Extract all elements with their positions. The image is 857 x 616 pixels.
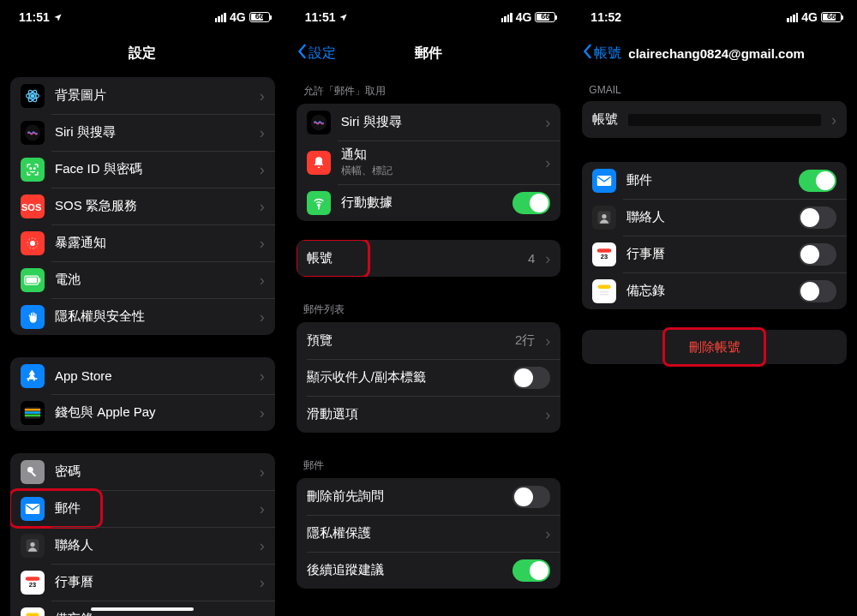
settings-group-apps: 密碼›郵件›聯絡人›23行事曆›備忘錄›提醒事項› xyxy=(10,453,275,616)
row-appstore[interactable]: App Store› xyxy=(10,357,275,394)
chevron-right-icon: › xyxy=(260,405,265,421)
chevron-right-icon: › xyxy=(260,272,265,288)
toggle-cellular[interactable] xyxy=(512,192,550,214)
toggle-cc[interactable] xyxy=(512,367,550,389)
chevron-right-icon: › xyxy=(545,333,550,349)
toggle-notes[interactable] xyxy=(799,280,836,302)
row-exposure[interactable]: 暴露通知› xyxy=(10,224,275,261)
svg-rect-44 xyxy=(598,284,611,289)
svg-point-8 xyxy=(30,241,35,246)
toggle-calendar[interactable] xyxy=(799,243,836,266)
allow-group: Siri 與搜尋›通知橫幅、標記›行動數據 xyxy=(297,104,561,221)
chevron-right-icon: › xyxy=(831,112,836,128)
contacts-icon xyxy=(592,206,616,230)
chevron-left-icon xyxy=(582,44,592,63)
mail-icon xyxy=(21,497,45,521)
row-calendar[interactable]: 23行事曆 xyxy=(582,236,847,272)
row-siri[interactable]: Siri 與搜尋› xyxy=(297,104,561,141)
chevron-right-icon: › xyxy=(260,501,265,517)
chevron-right-icon: › xyxy=(260,575,265,590)
row-contacts[interactable]: 聯絡人 xyxy=(582,199,847,236)
exposure-icon xyxy=(21,231,45,255)
row-sos[interactable]: SOSSOS 緊急服務› xyxy=(10,188,275,224)
hand-icon xyxy=(21,305,45,329)
antenna-icon xyxy=(307,191,331,215)
appstore-icon xyxy=(21,364,45,388)
status-network: 4G xyxy=(516,10,532,24)
delete-account-wrap: 刪除帳號 xyxy=(582,330,847,364)
row-mail[interactable]: 郵件› xyxy=(10,490,275,527)
back-button[interactable]: 帳號 xyxy=(582,44,621,63)
chevron-right-icon: › xyxy=(260,199,265,214)
mail-icon xyxy=(592,169,616,193)
battery-icon: 66 xyxy=(535,12,555,22)
siri-icon xyxy=(307,111,331,135)
row-accounts[interactable]: 帳號 4 › xyxy=(297,240,561,277)
chevron-right-icon: › xyxy=(260,309,265,325)
settings-group-general: 背景圖片›Siri 與搜尋›Face ID 與密碼›SOSSOS 緊急服務›暴露… xyxy=(10,77,275,335)
signal-icon xyxy=(215,13,226,22)
row-faceid[interactable]: Face ID 與密碼› xyxy=(10,151,275,188)
row-account-email[interactable]: 帳號 › xyxy=(582,101,847,138)
chevron-right-icon: › xyxy=(260,464,265,480)
svg-rect-14 xyxy=(25,409,40,411)
chevron-right-icon: › xyxy=(545,251,550,266)
chevron-right-icon: › xyxy=(260,236,265,251)
row-contacts[interactable]: 聯絡人› xyxy=(10,527,275,564)
row-battery[interactable]: 電池› xyxy=(10,261,275,298)
toggle-mail[interactable] xyxy=(799,170,836,192)
page-title: 郵件 xyxy=(286,45,572,63)
home-indicator xyxy=(91,607,194,611)
list-group: 預覽2行›顯示收件人/副本標籤滑動選項› xyxy=(297,322,561,433)
svg-rect-18 xyxy=(31,471,36,476)
row-ask[interactable]: 刪除前先詢問 xyxy=(297,478,561,515)
nav-bar: 帳號 clairechang0824@gmail.com xyxy=(572,34,857,72)
wallet-icon xyxy=(21,401,45,425)
toggle-ask[interactable] xyxy=(512,486,550,508)
row-calendar[interactable]: 23行事曆› xyxy=(10,564,275,601)
key-icon xyxy=(21,460,45,484)
mail-group: 刪除前先詢問隱私權保護›後續追蹤建議 xyxy=(297,478,561,589)
row-follow[interactable]: 後續追蹤建議 xyxy=(297,552,561,589)
atom-icon xyxy=(21,84,45,108)
row-notes[interactable]: 備忘錄 xyxy=(582,272,847,309)
screen-settings: 11:51 4G 66 設定 背景圖片›Siri 與搜尋›Face ID 與密碼… xyxy=(0,0,285,616)
row-privacy[interactable]: 隱私權保護› xyxy=(297,515,561,552)
row-privacy[interactable]: 隱私權與安全性› xyxy=(10,298,275,335)
delete-account-button[interactable]: 刪除帳號 xyxy=(582,330,847,364)
screen-mail-settings: 11:51 4G 66 設定 郵件 允許「郵件」取用 xyxy=(285,0,572,616)
toggle-contacts[interactable] xyxy=(799,206,836,229)
status-network: 4G xyxy=(230,10,246,24)
svg-rect-26 xyxy=(27,613,39,616)
nav-bar: 設定 xyxy=(0,34,285,72)
svg-rect-12 xyxy=(39,278,41,282)
row-wallpaper[interactable]: 背景圖片› xyxy=(10,77,275,114)
calendar-icon: 23 xyxy=(21,571,45,595)
status-time: 11:52 xyxy=(590,10,621,24)
page-title: clairechang0824@gmail.com xyxy=(628,46,805,61)
row-wallet[interactable]: 錢包與 Apple Pay› xyxy=(10,394,275,431)
row-cc[interactable]: 顯示收件人/副本標籤 xyxy=(297,359,561,396)
sos-icon: SOS xyxy=(21,194,45,218)
battery-icon: 66 xyxy=(821,12,842,22)
page-title: 設定 xyxy=(0,45,285,63)
svg-text:23: 23 xyxy=(29,581,36,589)
section-header-mail: 郵件 xyxy=(286,446,572,478)
row-passwords[interactable]: 密碼› xyxy=(10,453,275,490)
row-notif[interactable]: 通知橫幅、標記› xyxy=(297,141,561,184)
battery-icon: 66 xyxy=(249,12,270,22)
row-preview[interactable]: 預覽2行› xyxy=(297,322,561,359)
row-swipe[interactable]: 滑動選項› xyxy=(297,396,561,433)
accounts-group: 帳號 4 › xyxy=(297,240,561,277)
settings-group-store: App Store›錢包與 Apple Pay› xyxy=(10,357,275,431)
toggle-follow[interactable] xyxy=(512,559,550,582)
row-siri[interactable]: Siri 與搜尋› xyxy=(10,114,275,151)
svg-rect-41 xyxy=(597,248,612,253)
contacts-icon xyxy=(21,534,45,558)
row-mail[interactable]: 郵件 xyxy=(582,162,847,199)
status-network: 4G xyxy=(801,10,818,24)
row-cellular[interactable]: 行動數據 xyxy=(297,184,561,221)
svg-point-21 xyxy=(30,541,34,546)
screen-account-detail: 11:52 4G 66 帳號 clairechang0824@gmail.com… xyxy=(571,0,857,616)
chevron-right-icon: › xyxy=(260,88,265,104)
